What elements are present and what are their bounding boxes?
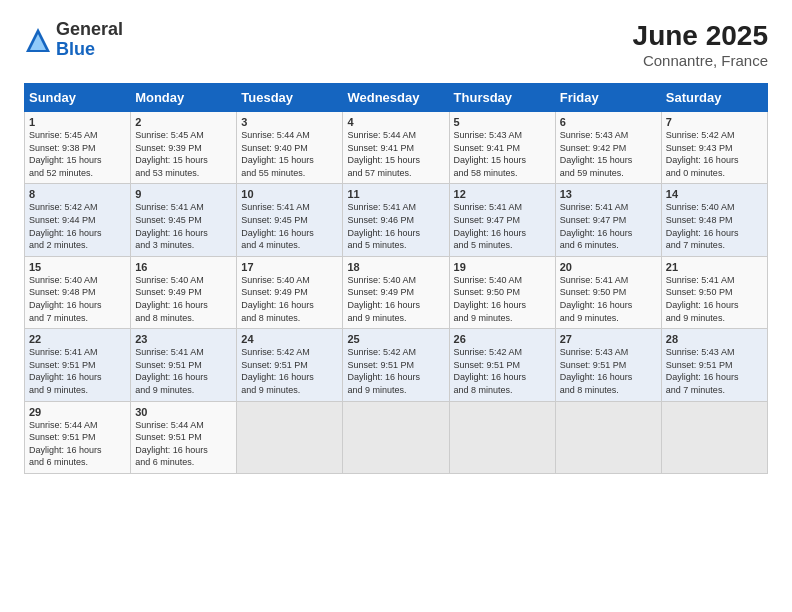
calendar-cell: 14Sunrise: 5:40 AM Sunset: 9:48 PM Dayli… xyxy=(661,184,767,256)
calendar-cell: 17Sunrise: 5:40 AM Sunset: 9:49 PM Dayli… xyxy=(237,256,343,328)
day-number: 6 xyxy=(560,116,657,128)
col-tuesday: Tuesday xyxy=(237,84,343,112)
calendar-cell: 13Sunrise: 5:41 AM Sunset: 9:47 PM Dayli… xyxy=(555,184,661,256)
calendar-cell: 8Sunrise: 5:42 AM Sunset: 9:44 PM Daylig… xyxy=(25,184,131,256)
day-info: Sunrise: 5:41 AM Sunset: 9:51 PM Dayligh… xyxy=(135,346,232,396)
day-info: Sunrise: 5:41 AM Sunset: 9:50 PM Dayligh… xyxy=(666,274,763,324)
day-info: Sunrise: 5:41 AM Sunset: 9:47 PM Dayligh… xyxy=(560,201,657,251)
day-number: 11 xyxy=(347,188,444,200)
day-info: Sunrise: 5:40 AM Sunset: 9:49 PM Dayligh… xyxy=(241,274,338,324)
day-number: 8 xyxy=(29,188,126,200)
day-number: 2 xyxy=(135,116,232,128)
calendar-cell: 2Sunrise: 5:45 AM Sunset: 9:39 PM Daylig… xyxy=(131,112,237,184)
day-number: 15 xyxy=(29,261,126,273)
calendar-cell xyxy=(237,401,343,473)
day-number: 25 xyxy=(347,333,444,345)
page: General Blue June 2025 Connantre, France… xyxy=(0,0,792,612)
day-number: 23 xyxy=(135,333,232,345)
day-info: Sunrise: 5:42 AM Sunset: 9:51 PM Dayligh… xyxy=(454,346,551,396)
logo-general: General xyxy=(56,20,123,40)
calendar-cell: 10Sunrise: 5:41 AM Sunset: 9:45 PM Dayli… xyxy=(237,184,343,256)
main-title: June 2025 xyxy=(633,20,768,52)
day-info: Sunrise: 5:44 AM Sunset: 9:51 PM Dayligh… xyxy=(29,419,126,469)
day-info: Sunrise: 5:45 AM Sunset: 9:38 PM Dayligh… xyxy=(29,129,126,179)
calendar-cell: 18Sunrise: 5:40 AM Sunset: 9:49 PM Dayli… xyxy=(343,256,449,328)
col-monday: Monday xyxy=(131,84,237,112)
day-number: 9 xyxy=(135,188,232,200)
day-info: Sunrise: 5:43 AM Sunset: 9:51 PM Dayligh… xyxy=(666,346,763,396)
table-row: 1Sunrise: 5:45 AM Sunset: 9:38 PM Daylig… xyxy=(25,112,768,184)
header-row: Sunday Monday Tuesday Wednesday Thursday… xyxy=(25,84,768,112)
day-number: 16 xyxy=(135,261,232,273)
calendar-cell: 27Sunrise: 5:43 AM Sunset: 9:51 PM Dayli… xyxy=(555,329,661,401)
day-info: Sunrise: 5:40 AM Sunset: 9:49 PM Dayligh… xyxy=(347,274,444,324)
day-number: 26 xyxy=(454,333,551,345)
calendar-cell: 6Sunrise: 5:43 AM Sunset: 9:42 PM Daylig… xyxy=(555,112,661,184)
logo-text: General Blue xyxy=(56,20,123,60)
calendar-cell: 12Sunrise: 5:41 AM Sunset: 9:47 PM Dayli… xyxy=(449,184,555,256)
calendar-cell: 28Sunrise: 5:43 AM Sunset: 9:51 PM Dayli… xyxy=(661,329,767,401)
day-number: 21 xyxy=(666,261,763,273)
day-info: Sunrise: 5:43 AM Sunset: 9:51 PM Dayligh… xyxy=(560,346,657,396)
calendar-cell: 23Sunrise: 5:41 AM Sunset: 9:51 PM Dayli… xyxy=(131,329,237,401)
calendar-cell xyxy=(661,401,767,473)
calendar-cell: 24Sunrise: 5:42 AM Sunset: 9:51 PM Dayli… xyxy=(237,329,343,401)
day-info: Sunrise: 5:40 AM Sunset: 9:49 PM Dayligh… xyxy=(135,274,232,324)
title-section: June 2025 Connantre, France xyxy=(633,20,768,69)
day-info: Sunrise: 5:44 AM Sunset: 9:41 PM Dayligh… xyxy=(347,129,444,179)
calendar-cell xyxy=(555,401,661,473)
day-info: Sunrise: 5:40 AM Sunset: 9:48 PM Dayligh… xyxy=(29,274,126,324)
calendar-cell: 16Sunrise: 5:40 AM Sunset: 9:49 PM Dayli… xyxy=(131,256,237,328)
calendar-cell: 29Sunrise: 5:44 AM Sunset: 9:51 PM Dayli… xyxy=(25,401,131,473)
table-row: 8Sunrise: 5:42 AM Sunset: 9:44 PM Daylig… xyxy=(25,184,768,256)
day-number: 5 xyxy=(454,116,551,128)
day-number: 12 xyxy=(454,188,551,200)
calendar-cell: 1Sunrise: 5:45 AM Sunset: 9:38 PM Daylig… xyxy=(25,112,131,184)
day-info: Sunrise: 5:41 AM Sunset: 9:45 PM Dayligh… xyxy=(135,201,232,251)
day-number: 4 xyxy=(347,116,444,128)
calendar-cell: 4Sunrise: 5:44 AM Sunset: 9:41 PM Daylig… xyxy=(343,112,449,184)
calendar-cell: 22Sunrise: 5:41 AM Sunset: 9:51 PM Dayli… xyxy=(25,329,131,401)
logo: General Blue xyxy=(24,20,123,60)
day-info: Sunrise: 5:40 AM Sunset: 9:48 PM Dayligh… xyxy=(666,201,763,251)
col-saturday: Saturday xyxy=(661,84,767,112)
calendar-cell: 21Sunrise: 5:41 AM Sunset: 9:50 PM Dayli… xyxy=(661,256,767,328)
logo-icon xyxy=(24,26,52,54)
day-info: Sunrise: 5:42 AM Sunset: 9:51 PM Dayligh… xyxy=(241,346,338,396)
day-info: Sunrise: 5:42 AM Sunset: 9:44 PM Dayligh… xyxy=(29,201,126,251)
calendar-cell: 25Sunrise: 5:42 AM Sunset: 9:51 PM Dayli… xyxy=(343,329,449,401)
day-info: Sunrise: 5:41 AM Sunset: 9:47 PM Dayligh… xyxy=(454,201,551,251)
day-number: 17 xyxy=(241,261,338,273)
header: General Blue June 2025 Connantre, France xyxy=(24,20,768,69)
day-number: 24 xyxy=(241,333,338,345)
calendar-cell: 30Sunrise: 5:44 AM Sunset: 9:51 PM Dayli… xyxy=(131,401,237,473)
day-info: Sunrise: 5:41 AM Sunset: 9:50 PM Dayligh… xyxy=(560,274,657,324)
col-friday: Friday xyxy=(555,84,661,112)
calendar-cell: 5Sunrise: 5:43 AM Sunset: 9:41 PM Daylig… xyxy=(449,112,555,184)
day-number: 3 xyxy=(241,116,338,128)
subtitle: Connantre, France xyxy=(633,52,768,69)
day-info: Sunrise: 5:42 AM Sunset: 9:51 PM Dayligh… xyxy=(347,346,444,396)
day-number: 7 xyxy=(666,116,763,128)
day-info: Sunrise: 5:45 AM Sunset: 9:39 PM Dayligh… xyxy=(135,129,232,179)
table-row: 29Sunrise: 5:44 AM Sunset: 9:51 PM Dayli… xyxy=(25,401,768,473)
logo-blue: Blue xyxy=(56,40,123,60)
col-sunday: Sunday xyxy=(25,84,131,112)
day-number: 14 xyxy=(666,188,763,200)
calendar-cell: 7Sunrise: 5:42 AM Sunset: 9:43 PM Daylig… xyxy=(661,112,767,184)
calendar-cell: 20Sunrise: 5:41 AM Sunset: 9:50 PM Dayli… xyxy=(555,256,661,328)
day-number: 13 xyxy=(560,188,657,200)
day-number: 20 xyxy=(560,261,657,273)
calendar-cell: 15Sunrise: 5:40 AM Sunset: 9:48 PM Dayli… xyxy=(25,256,131,328)
calendar-cell xyxy=(343,401,449,473)
day-number: 30 xyxy=(135,406,232,418)
day-number: 18 xyxy=(347,261,444,273)
day-info: Sunrise: 5:44 AM Sunset: 9:40 PM Dayligh… xyxy=(241,129,338,179)
day-number: 28 xyxy=(666,333,763,345)
day-info: Sunrise: 5:41 AM Sunset: 9:46 PM Dayligh… xyxy=(347,201,444,251)
calendar-cell: 19Sunrise: 5:40 AM Sunset: 9:50 PM Dayli… xyxy=(449,256,555,328)
day-info: Sunrise: 5:42 AM Sunset: 9:43 PM Dayligh… xyxy=(666,129,763,179)
day-info: Sunrise: 5:43 AM Sunset: 9:42 PM Dayligh… xyxy=(560,129,657,179)
calendar-table: Sunday Monday Tuesday Wednesday Thursday… xyxy=(24,83,768,474)
day-info: Sunrise: 5:44 AM Sunset: 9:51 PM Dayligh… xyxy=(135,419,232,469)
